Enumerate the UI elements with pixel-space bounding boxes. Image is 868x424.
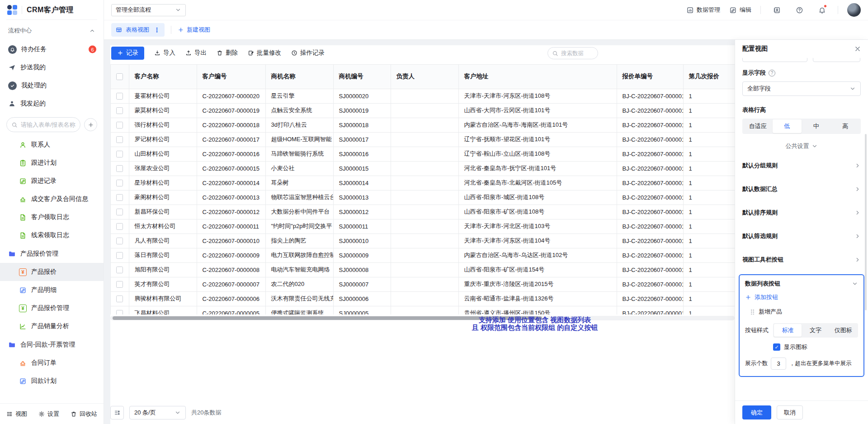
- sidebar-item-product-quote-mgmt[interactable]: ¥ 产品报价管理: [0, 299, 104, 317]
- segment-option[interactable]: 文字: [802, 324, 829, 337]
- row-checkbox[interactable]: [116, 223, 123, 230]
- panel-section-默认筛选规则[interactable]: 默认筛选规则: [742, 224, 861, 248]
- column-header[interactable]: 商机编号: [333, 65, 391, 89]
- help-button[interactable]: [793, 3, 806, 17]
- row-checkbox[interactable]: [116, 151, 123, 157]
- table-row[interactable]: 豪阁材料公司C-20220607-0000013物联芯温室智慧种植云台SJ000…: [111, 190, 735, 205]
- checked-checkbox-icon[interactable]: ✓: [773, 343, 780, 351]
- cancel-button[interactable]: 取消: [777, 405, 803, 419]
- segment-option[interactable]: 标准: [774, 324, 802, 337]
- sidebar-item-contacts[interactable]: 联系人: [0, 136, 104, 154]
- sidebar-group-product-quote-mgmt[interactable]: 产品报价管理: [0, 244, 104, 263]
- table-row[interactable]: 英才有限公司C-20220607-0000007农二代的020SJ0000007…: [111, 277, 735, 291]
- table-search-input[interactable]: [547, 47, 598, 59]
- row-checkbox[interactable]: [116, 310, 123, 315]
- table-row[interactable]: 张屋农业公司C-20220607-0000015小麦公社SJ0000015河北省…: [111, 161, 735, 176]
- display-fields-select[interactable]: 全部字段: [742, 81, 861, 96]
- table-search-field[interactable]: [561, 50, 594, 57]
- column-header[interactable]: 客户地址: [458, 65, 617, 89]
- segment-option[interactable]: 高: [831, 119, 860, 133]
- column-header[interactable]: 客户编号: [197, 65, 265, 89]
- table-row[interactable]: 恒太方材料公司C-20220607-0000011"约时间"p2p时间交换平SJ…: [111, 219, 735, 233]
- row-checkbox[interactable]: [116, 267, 123, 273]
- table-row[interactable]: 强行材料公司C-20220607-00000183d打印八桂云SJ0000018…: [111, 118, 735, 132]
- operation-log-button[interactable]: 操作记录: [291, 49, 325, 57]
- confirm-button[interactable]: 确定: [742, 405, 771, 419]
- table-row[interactable]: 蒙莫材料公司C-20220607-0000019点触云安全系统SJ0000019…: [111, 103, 735, 118]
- sidebar-item-product-quote[interactable]: ¥ 产品报价: [0, 263, 104, 281]
- sidebar-section-process[interactable]: 流程中心: [0, 20, 104, 40]
- new-view-button[interactable]: 新建视图: [178, 26, 210, 34]
- column-header[interactable]: 报价单编号: [617, 65, 683, 89]
- row-checkbox[interactable]: [116, 194, 123, 201]
- sidebar-search-input[interactable]: [6, 117, 80, 132]
- row-checkbox[interactable]: [116, 281, 123, 288]
- column-header[interactable]: 第几次报价: [683, 65, 735, 89]
- table-row[interactable]: 落日有限公司C-20220607-0000009电力互联网故障自愈控制SJ000…: [111, 248, 735, 262]
- flow-scope-select[interactable]: 管理全部流程: [111, 4, 186, 16]
- custom-button-item[interactable]: 新增产品: [745, 308, 858, 316]
- segment-option[interactable]: 中: [802, 119, 831, 133]
- row-checkbox[interactable]: [116, 180, 123, 186]
- select-all-checkbox[interactable]: [116, 73, 123, 80]
- edit-button[interactable]: 编辑: [729, 6, 751, 14]
- export-button[interactable]: 导出: [185, 49, 207, 57]
- notifications-button[interactable]: [815, 3, 829, 17]
- delete-button[interactable]: 删除: [217, 49, 238, 57]
- batch-edit-button[interactable]: 批量修改: [248, 49, 281, 57]
- row-checkbox[interactable]: [116, 165, 123, 172]
- sidebar-item-payment-plan[interactable]: 回款计划: [0, 372, 104, 390]
- row-checkbox[interactable]: [116, 209, 123, 215]
- page-size-select[interactable]: 20 条/页: [129, 406, 186, 419]
- row-checkbox[interactable]: [116, 107, 123, 114]
- sidebar-item-cc-to-me[interactable]: 抄送我的: [0, 58, 104, 76]
- table-row[interactable]: 蔓霍材料公司C-20220607-0000020星云引擎SJ0000020天津市…: [111, 89, 735, 103]
- row-checkbox[interactable]: [116, 295, 123, 302]
- import-button[interactable]: 导入: [154, 49, 175, 57]
- table-row[interactable]: 罗记材料公司C-20220607-0000017超级HOME-互联网智能SJ00…: [111, 132, 735, 147]
- row-checkbox[interactable]: [116, 122, 123, 129]
- question-circle-icon[interactable]: ?: [769, 70, 775, 76]
- table-row[interactable]: 星珍材料公司C-20220607-0000014耳朵树SJ0000014河北省-…: [111, 176, 735, 190]
- drag-handle-icon[interactable]: [750, 309, 755, 314]
- sidebar-item-follow-plan[interactable]: 跟进计划: [0, 154, 104, 172]
- sidebar-item-contract-order[interactable]: 合同订单: [0, 354, 104, 372]
- segment-option[interactable]: 仅图标: [830, 324, 857, 337]
- row-checkbox[interactable]: [116, 136, 123, 143]
- tab-table-view[interactable]: 表格视图 ⋮: [111, 23, 165, 37]
- panel-section-默认排序规则[interactable]: 默认排序规则: [742, 201, 861, 224]
- new-record-button[interactable]: 记录: [111, 47, 144, 60]
- sidebar-item-product-detail[interactable]: 产品明细: [0, 281, 104, 299]
- panel-section-默认分组规则[interactable]: 默认分组规则: [742, 154, 861, 177]
- sidebar-item-product-sales-analysis[interactable]: 产品销量分析: [0, 317, 104, 335]
- panel-scrollbar[interactable]: [865, 134, 867, 310]
- row-checkbox[interactable]: [116, 93, 123, 100]
- sidebar-item-lead-claim-log[interactable]: 线索领取日志: [0, 226, 104, 244]
- table-row[interactable]: 腾骏材料有限公司C-20220607-0000006沃木有限责任公司无线充SJ0…: [111, 291, 735, 306]
- views-button[interactable]: 视图: [6, 410, 27, 418]
- table-row[interactable]: 旭阳有限公司C-20220607-0000008电动汽车智能充电网络SJ0000…: [111, 262, 735, 277]
- settings-button[interactable]: 设置: [38, 410, 59, 418]
- sidebar-item-started-by-me[interactable]: 我发起的: [0, 95, 104, 113]
- table-row[interactable]: 山田材料公司C-20220607-0000016马蹄铁智能骑行系统SJ00000…: [111, 147, 735, 161]
- public-settings-toggle[interactable]: 公共设置: [742, 142, 861, 150]
- address-book-button[interactable]: [770, 3, 783, 17]
- panel-section-默认数据汇总[interactable]: 默认数据汇总: [742, 177, 861, 201]
- view-menu-kebab-icon[interactable]: ⋮: [153, 26, 160, 33]
- show-icon-checkbox-row[interactable]: ✓ 显示图标: [773, 343, 858, 351]
- table-row[interactable]: 新昌环保公司C-20220607-0000012大数据分析中间件平台SJ0000…: [111, 205, 735, 219]
- data-list-buttons-header[interactable]: 数据列表按钮: [745, 280, 858, 288]
- sidebar-item-follow-record[interactable]: 跟进记录: [0, 172, 104, 190]
- column-header[interactable]: 客户名称: [129, 65, 197, 89]
- sidebar-search-field[interactable]: [21, 121, 75, 128]
- sidebar-add-button[interactable]: [84, 118, 97, 131]
- table-row[interactable]: 凡人有限公司C-20220607-0000010指尖上的陶艺SJ0000010天…: [111, 233, 735, 248]
- add-button-link[interactable]: 添加按钮: [745, 293, 858, 301]
- row-checkbox[interactable]: [116, 252, 123, 259]
- sidebar-item-customer-claim-log[interactable]: 客户领取日志: [0, 208, 104, 226]
- column-header[interactable]: 商机名称: [265, 65, 333, 89]
- recycle-bin-button[interactable]: 回收站: [71, 410, 97, 418]
- sidebar-item-handled-by-me[interactable]: 我处理的: [0, 76, 104, 95]
- column-header[interactable]: 负责人: [391, 65, 458, 89]
- sidebar-group-contract-mgmt[interactable]: 合同-回款-开票管理: [0, 335, 104, 354]
